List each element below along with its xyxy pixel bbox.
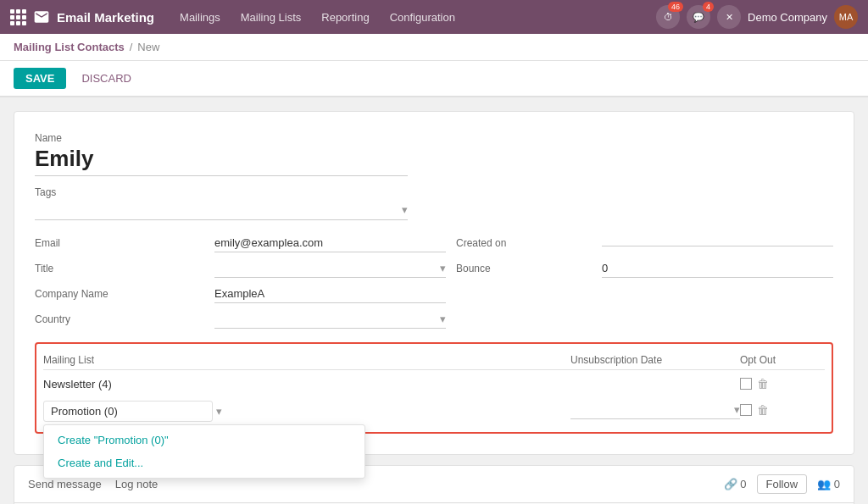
optout-checkbox-promotion[interactable] bbox=[740, 404, 752, 416]
email-label: Email bbox=[35, 237, 204, 249]
clock-icon-btn[interactable]: ⏱ 46 bbox=[656, 5, 680, 29]
form-card: Name Emily Tags ▾ Email emily@examplea.c… bbox=[14, 111, 854, 455]
mailing-optout-promotion: 🗑 bbox=[740, 403, 825, 417]
nav-mailings[interactable]: Mailings bbox=[171, 6, 229, 29]
topnav-right: ⏱ 46 💬 4 ✕ Demo Company MA bbox=[656, 5, 858, 29]
main-content: Name Emily Tags ▾ Email emily@examplea.c… bbox=[0, 97, 868, 504]
save-button[interactable]: SAVE bbox=[14, 68, 66, 89]
email-field[interactable]: emily@examplea.com bbox=[214, 234, 446, 252]
tags-label: Tags bbox=[35, 186, 833, 198]
dropdown-create-promotion[interactable]: Create "Promotion (0)" bbox=[44, 429, 364, 451]
delete-newsletter[interactable]: 🗑 bbox=[757, 377, 769, 390]
log-note-btn[interactable]: Log note bbox=[115, 478, 159, 490]
country-label: Country bbox=[35, 313, 204, 325]
company-name-label: Company Name bbox=[35, 288, 204, 300]
name-field[interactable]: Emily bbox=[35, 146, 408, 176]
promo-date-field[interactable]: ▾ bbox=[570, 401, 740, 419]
chat-badge: 4 bbox=[703, 2, 714, 12]
discard-button[interactable]: DISCARD bbox=[73, 68, 140, 89]
nav-reporting[interactable]: Reporting bbox=[313, 6, 377, 29]
follow-label: Follow bbox=[766, 478, 798, 490]
name-label: Name bbox=[35, 132, 833, 144]
company-name[interactable]: Demo Company bbox=[748, 11, 827, 24]
breadcrumb-parent[interactable]: Mailing List Contacts bbox=[14, 41, 125, 53]
send-message-btn[interactable]: Send message bbox=[28, 478, 102, 490]
promo-date-arrow: ▾ bbox=[734, 403, 740, 416]
mailing-table-header: Mailing List Unsubscription Date Opt Out bbox=[43, 351, 825, 370]
topnav: Email Marketing Mailings Mailing Lists R… bbox=[0, 0, 868, 34]
action-bar: SAVE DISCARD bbox=[0, 61, 868, 97]
breadcrumb: Mailing List Contacts / New bbox=[0, 34, 868, 61]
mailing-dropdown: Create "Promotion (0)" Create and Edit..… bbox=[43, 424, 365, 479]
created-on-field[interactable] bbox=[602, 241, 833, 246]
mailing-row-newsletter: Newsletter (4) 🗑 bbox=[43, 374, 825, 394]
unsub-date-header: Unsubscription Date bbox=[570, 354, 740, 366]
clock-badge: 46 bbox=[668, 2, 683, 12]
country-arrow: ▾ bbox=[440, 313, 446, 325]
user-avatar[interactable]: MA bbox=[834, 5, 858, 29]
bounce-label: Bounce bbox=[456, 263, 592, 274]
form-grid: Email emily@examplea.com Created on Titl… bbox=[35, 234, 833, 329]
nav-mailing-lists[interactable]: Mailing Lists bbox=[232, 6, 310, 29]
mailing-input-arrow: ▾ bbox=[216, 405, 222, 418]
nav-configuration[interactable]: Configuration bbox=[381, 6, 464, 29]
delete-promotion[interactable]: 🗑 bbox=[757, 403, 769, 417]
title-arrow: ▾ bbox=[440, 262, 446, 274]
followers-count: 🔗 0 bbox=[724, 478, 747, 490]
chat-icon-btn[interactable]: 💬 4 bbox=[687, 5, 710, 29]
topnav-menu: Mailings Mailing Lists Reporting Configu… bbox=[171, 6, 656, 29]
mailing-input[interactable] bbox=[43, 401, 213, 422]
opt-out-header: Opt Out bbox=[740, 354, 825, 366]
apps-icon[interactable] bbox=[10, 9, 26, 25]
mailing-list-header: Mailing List bbox=[43, 354, 570, 366]
mailing-list-section: Mailing List Unsubscription Date Opt Out… bbox=[35, 342, 833, 434]
created-on-label: Created on bbox=[456, 237, 592, 249]
chatter-right: 🔗 0 Follow 👥 0 bbox=[724, 474, 840, 494]
breadcrumb-separator: / bbox=[130, 41, 133, 53]
breadcrumb-current: New bbox=[137, 41, 159, 53]
messages-count: 👥 0 bbox=[817, 478, 840, 490]
close-icon-btn[interactable]: ✕ bbox=[717, 5, 741, 29]
mailing-optout-newsletter: 🗑 bbox=[740, 377, 825, 390]
app-logo: Email Marketing bbox=[33, 8, 154, 25]
bounce-field[interactable]: 0 bbox=[602, 259, 833, 278]
optout-checkbox-newsletter[interactable] bbox=[740, 378, 752, 390]
app-name: Email Marketing bbox=[57, 10, 154, 25]
company-name-field[interactable]: ExampleA bbox=[214, 285, 446, 303]
tags-input[interactable]: ▾ bbox=[35, 200, 408, 220]
mailing-name-newsletter: Newsletter (4) bbox=[43, 378, 570, 390]
country-field[interactable]: ▾ bbox=[214, 310, 446, 329]
follow-button[interactable]: Follow bbox=[757, 474, 808, 494]
dropdown-create-edit[interactable]: Create and Edit... bbox=[44, 451, 364, 474]
mailing-row-promotion: ▾ Create "Promotion (0)" Create and Edit… bbox=[43, 394, 825, 425]
title-field[interactable]: ▾ bbox=[214, 259, 446, 278]
mailing-input-row: ▾ Create "Promotion (0)" Create and Edit… bbox=[43, 401, 570, 422]
tags-dropdown-arrow: ▾ bbox=[402, 203, 408, 216]
title-label: Title bbox=[35, 263, 204, 274]
tags-section: Tags ▾ bbox=[35, 186, 833, 220]
